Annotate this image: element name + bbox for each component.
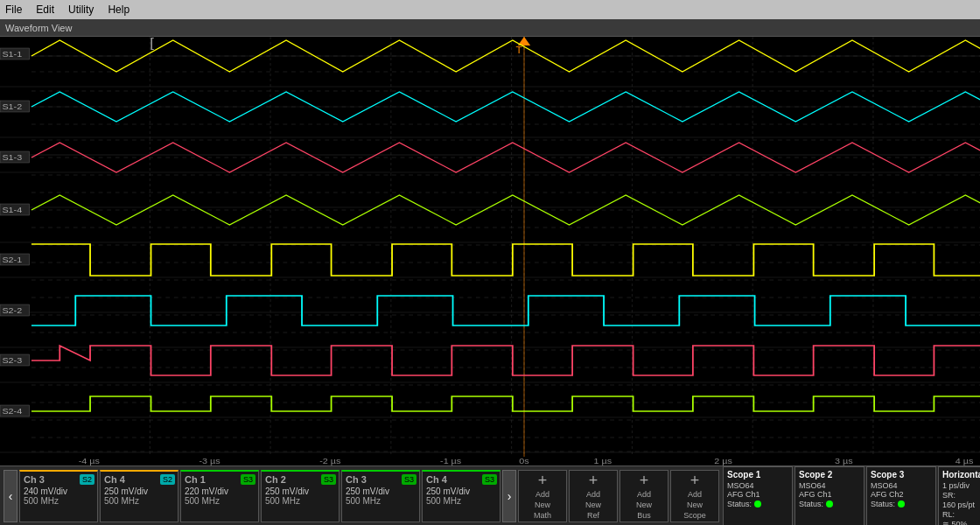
svg-text:S2-2: S2-2 bbox=[2, 306, 22, 315]
ch-div-2: 220 mV/div bbox=[185, 486, 228, 496]
scope2-afg: AFG Ch1 bbox=[799, 490, 860, 499]
ch-label-1: Ch 4 bbox=[104, 474, 125, 485]
scope2-title: Scope 2 bbox=[799, 470, 860, 480]
svg-text:S2-1: S2-1 bbox=[2, 256, 22, 264]
add-bus-label1: Add bbox=[637, 490, 651, 499]
ch-badge-5: S3 bbox=[482, 474, 497, 485]
channel-item-0[interactable]: Ch 3 S2 240 mV/div 500 MHz bbox=[19, 470, 98, 522]
scope1-afg: AFG Ch1 bbox=[727, 490, 788, 499]
ch-badge-2: S3 bbox=[241, 474, 256, 485]
ch-label-0: Ch 3 bbox=[24, 474, 45, 485]
ch-freq-3: 500 MHz bbox=[265, 496, 300, 506]
ch-freq-4: 500 MHz bbox=[346, 496, 381, 506]
horiz-rl-label: RL: bbox=[942, 510, 955, 519]
add-scope-label1: Add bbox=[688, 490, 702, 499]
svg-text:[: [ bbox=[150, 37, 154, 50]
scope3-status-dot bbox=[898, 500, 905, 508]
info-panels: Scope 1 MSO64 AFG Ch1 Status: Scope 2 MS… bbox=[723, 466, 980, 526]
waveform-canvas[interactable]: T [ ] S1-1 660 mV 0 V -660 mV S1-2 bbox=[0, 37, 980, 466]
add-scope-icon: + bbox=[690, 472, 700, 488]
add-ref-label2: New bbox=[585, 500, 601, 509]
channel-item-4[interactable]: Ch 3 S3 250 mV/div 500 MHz bbox=[341, 470, 420, 522]
ch-badge-4: S3 bbox=[402, 474, 416, 485]
svg-text:S1-4: S1-4 bbox=[2, 206, 22, 214]
horiz-title: Horizontal bbox=[942, 470, 980, 480]
scope1-title: Scope 1 bbox=[727, 470, 788, 480]
scope2-status-row: Status: bbox=[799, 500, 860, 508]
svg-text:S2-3: S2-3 bbox=[2, 356, 22, 365]
scope2-model: MSO64 bbox=[799, 481, 860, 490]
add-bus-icon: + bbox=[640, 472, 649, 488]
scope2-status-label: Status: bbox=[799, 500, 823, 508]
horiz-pct: ≅ 50% bbox=[942, 520, 968, 526]
scope1-status-label: Status: bbox=[727, 500, 752, 508]
horiz-sr-row: SR: 6.25 GS/s bbox=[942, 491, 980, 500]
add-math-icon: + bbox=[538, 472, 548, 488]
waveform-svg: T [ ] S1-1 660 mV 0 V -660 mV S1-2 bbox=[0, 37, 980, 466]
channel-item-5[interactable]: Ch 4 S3 250 mV/div 500 MHz bbox=[422, 470, 500, 522]
horiz-scale-row: 1 ps/div 10 µs bbox=[942, 481, 980, 490]
ch-div-1: 250 mV/div bbox=[104, 486, 148, 496]
add-bus-panel[interactable]: + Add New Bus bbox=[620, 470, 668, 522]
ch-freq-1: 500 MHz bbox=[104, 496, 139, 506]
channel-nav-right[interactable]: › bbox=[502, 470, 516, 522]
ch-label-2: Ch 1 bbox=[185, 474, 206, 485]
add-bus-label3: Bus bbox=[637, 511, 651, 520]
svg-text:-3 µs: -3 µs bbox=[200, 457, 220, 466]
scope-panel-1: Scope 1 MSO64 AFG Ch1 Status: bbox=[723, 466, 793, 526]
ch-div-3: 250 mV/div bbox=[265, 486, 309, 496]
scope3-status-row: Status: bbox=[871, 500, 932, 508]
svg-text:S2-4: S2-4 bbox=[2, 407, 22, 416]
menu-file[interactable]: File bbox=[5, 4, 22, 16]
scope2-status-dot bbox=[826, 500, 833, 508]
svg-text:S1-1: S1-1 bbox=[2, 50, 22, 59]
svg-text:-2 µs: -2 µs bbox=[319, 457, 340, 466]
menu-utility[interactable]: Utility bbox=[68, 4, 94, 16]
add-scope-label3: Scope bbox=[683, 511, 706, 520]
ch-freq-0: 500 MHz bbox=[24, 496, 59, 506]
ch-freq-5: 500 MHz bbox=[426, 496, 461, 506]
svg-text:T: T bbox=[515, 46, 522, 55]
ch-badge-0: S2 bbox=[80, 474, 94, 485]
ch-label-5: Ch 4 bbox=[426, 474, 447, 485]
ch-div-4: 250 mV/div bbox=[346, 486, 389, 496]
svg-text:-4 µs: -4 µs bbox=[79, 457, 100, 466]
scope3-title: Scope 3 bbox=[871, 470, 932, 480]
add-ref-label1: Add bbox=[586, 490, 600, 499]
add-bus-label2: New bbox=[636, 500, 652, 509]
ch-freq-2: 500 MHz bbox=[185, 496, 220, 506]
add-ref-icon: + bbox=[589, 472, 598, 488]
add-scope-label2: New bbox=[687, 500, 703, 509]
svg-text:0s: 0s bbox=[519, 457, 528, 466]
svg-text:S1-2: S1-2 bbox=[2, 102, 22, 111]
scope1-model: MSO64 bbox=[727, 481, 788, 490]
add-ref-panel[interactable]: + Add New Ref bbox=[569, 470, 618, 522]
scope3-status-label: Status: bbox=[871, 500, 895, 508]
horiz-sr-label: SR: bbox=[942, 491, 956, 500]
ch-div-0: 240 mV/div bbox=[24, 486, 67, 496]
ch-div-5: 250 mV/div bbox=[426, 486, 470, 496]
channel-nav-left[interactable]: ‹ bbox=[4, 470, 18, 522]
channel-item-3[interactable]: Ch 2 S3 250 mV/div 500 MHz bbox=[261, 470, 340, 522]
horizontal-panel: Horizontal 1 ps/div 10 µs SR: 6.25 GS/s … bbox=[938, 466, 980, 526]
svg-rect-0 bbox=[0, 37, 980, 466]
channel-item-1[interactable]: Ch 4 S2 250 mV/div 500 MHz bbox=[100, 470, 178, 522]
scope-panel-2: Scope 2 MSO64 AFG Ch1 Status: bbox=[794, 466, 864, 526]
svg-text:3 µs: 3 µs bbox=[835, 457, 853, 466]
horiz-rl-row: RL: 62.5 kpts bbox=[942, 510, 980, 519]
scope-panel-3: Scope 3 MSO64 AFG Ch2 Status: bbox=[866, 466, 936, 526]
main-layout: Waveform View bbox=[0, 19, 980, 525]
ch-badge-1: S2 bbox=[160, 474, 175, 485]
channel-item-2[interactable]: Ch 1 S3 220 mV/div 500 MHz bbox=[180, 470, 259, 522]
menu-help[interactable]: Help bbox=[108, 4, 130, 16]
add-math-label1: Add bbox=[536, 490, 550, 499]
menu-edit[interactable]: Edit bbox=[36, 4, 54, 16]
add-math-label2: New bbox=[535, 500, 550, 509]
add-ref-label3: Ref bbox=[587, 511, 599, 520]
add-math-panel[interactable]: + Add New Math bbox=[518, 470, 567, 522]
waveform-title: Waveform View bbox=[5, 23, 72, 33]
svg-text:S1-3: S1-3 bbox=[2, 153, 22, 162]
add-scope-panel[interactable]: + Add New Scope bbox=[670, 470, 719, 522]
ch-badge-3: S3 bbox=[321, 474, 336, 485]
menu-bar: File Edit Utility Help bbox=[0, 0, 980, 19]
